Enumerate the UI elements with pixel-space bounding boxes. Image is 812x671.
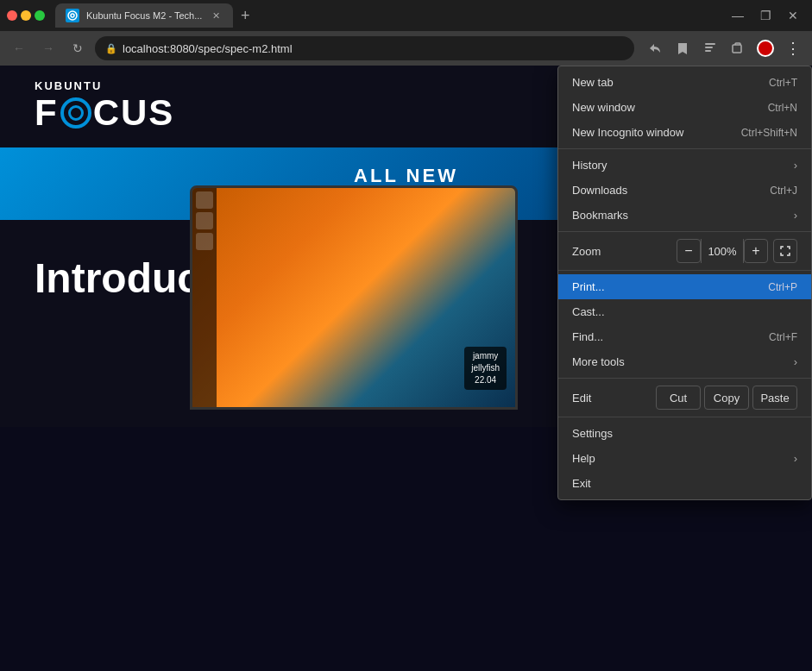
url-text: localhost:8080/spec/spec-m2.html <box>123 42 624 55</box>
tab-actions: — ❐ ✕ <box>726 3 805 28</box>
submenu-arrow-icon: › <box>794 209 797 222</box>
badge-line1: jammy <box>473 351 498 361</box>
share-icon[interactable] <box>643 36 667 60</box>
menu-label: Cast... <box>572 305 797 318</box>
new-tab-button[interactable]: + <box>233 3 257 28</box>
restore-button[interactable]: ❐ <box>753 3 777 28</box>
menu-item-history[interactable]: History › <box>558 153 811 178</box>
url-bar[interactable]: 🔒 localhost:8080/spec/spec-m2.html <box>95 36 634 60</box>
menu-item-downloads[interactable]: Downloads Ctrl+J <box>558 178 811 203</box>
menu-item-settings[interactable]: Settings <box>558 421 811 446</box>
edit-label: Edit <box>572 392 656 404</box>
logo-circle-icon <box>60 97 91 129</box>
laptop-screen-content: jammy jellyfish 22.04 <box>192 188 515 407</box>
cut-button[interactable]: Cut <box>656 386 701 410</box>
menu-divider <box>558 378 811 379</box>
menu-label: Print... <box>572 280 740 293</box>
taskbar-item <box>196 233 213 250</box>
menu-item-more-tools[interactable]: More tools › <box>558 349 811 374</box>
logo-area: KUBUNTU F CUS <box>35 79 174 134</box>
bookmark-icon[interactable] <box>670 36 695 60</box>
svg-rect-5 <box>733 45 741 53</box>
badge-line3: 22.04 <box>475 375 496 385</box>
svg-rect-4 <box>705 50 711 52</box>
submenu-arrow-icon: › <box>794 452 797 465</box>
close-button[interactable]: ✕ <box>781 3 805 28</box>
paste-button[interactable]: Paste <box>752 386 797 410</box>
menu-label: New tab <box>572 76 741 89</box>
menu-divider <box>558 417 811 417</box>
menu-label: History <box>572 159 787 172</box>
record-button[interactable] <box>753 36 777 60</box>
svg-point-0 <box>68 11 77 20</box>
menu-shortcut: Ctrl+T <box>769 77 797 89</box>
menu-label: Exit <box>572 477 797 490</box>
menu-shortcut: Ctrl+P <box>768 281 797 293</box>
three-dots-icon: ⋮ <box>785 39 801 58</box>
submenu-arrow-icon: › <box>794 159 797 172</box>
menu-shortcut: Ctrl+J <box>770 185 797 197</box>
tab-search-icon[interactable] <box>698 36 722 60</box>
menu-item-print[interactable]: Print... Ctrl+P <box>558 274 811 299</box>
back-button[interactable]: ← <box>7 36 31 60</box>
menu-button[interactable]: ⋮ <box>781 36 805 60</box>
browser-frame: Kubuntu Focus M2 - Tech... ✕ + — ❐ ✕ ← →… <box>0 0 812 671</box>
laptop-screen-mockup: jammy jellyfish 22.04 <box>190 185 518 410</box>
logo-focus-text: F CUS <box>35 92 174 134</box>
badge-line2: jellyfish <box>471 363 500 373</box>
menu-divider <box>558 270 811 271</box>
edit-buttons: Cut Copy Paste <box>656 386 797 410</box>
copy-button[interactable]: Copy <box>704 386 749 410</box>
window-icon[interactable] <box>726 36 750 60</box>
logo-kubuntu-text: KUBUNTU <box>35 79 174 92</box>
tab-close-button[interactable]: ✕ <box>209 9 223 22</box>
logo: KUBUNTU F CUS <box>35 79 174 134</box>
menu-item-exit[interactable]: Exit <box>558 471 811 496</box>
maximize-window-button[interactable] <box>35 10 45 21</box>
menu-item-cast[interactable]: Cast... <box>558 299 811 324</box>
menu-label: Bookmarks <box>572 209 787 222</box>
menu-label: New window <box>572 101 740 114</box>
forward-button[interactable]: → <box>36 36 60 60</box>
menu-label: Downloads <box>572 184 742 197</box>
browser-tab[interactable]: Kubuntu Focus M2 - Tech... ✕ <box>55 3 233 28</box>
submenu-arrow-icon: › <box>794 355 797 368</box>
menu-label: More tools <box>572 355 787 368</box>
tab-title: Kubuntu Focus M2 - Tech... <box>86 10 202 21</box>
zoom-row: Zoom − 100% + <box>558 235 811 267</box>
menu-divider <box>558 148 811 149</box>
menu-label: New Incognito window <box>572 126 714 139</box>
tab-favicon <box>66 9 79 22</box>
svg-rect-3 <box>705 47 713 48</box>
zoom-plus-button[interactable]: + <box>744 239 768 263</box>
zoom-label: Zoom <box>572 245 677 258</box>
menu-shortcut: Ctrl+Shift+N <box>741 127 797 139</box>
url-lock-icon: 🔒 <box>105 43 117 54</box>
browser-menu: New tab Ctrl+T New window Ctrl+N New Inc… <box>557 66 812 500</box>
menu-item-bookmarks[interactable]: Bookmarks › <box>558 203 811 228</box>
reload-button[interactable]: ↻ <box>66 36 90 60</box>
laptop-image: jammy jellyfish 22.04 <box>190 185 518 427</box>
menu-label: Help <box>572 452 787 465</box>
taskbar-item <box>196 191 213 209</box>
toolbar-icons: ⋮ <box>643 36 805 60</box>
menu-item-new-incognito[interactable]: New Incognito window Ctrl+Shift+N <box>558 120 811 145</box>
logo-cus: CUS <box>93 92 175 134</box>
web-content: KUBUNTU F CUS FEATURES SYSTEM... ALL NEW… <box>0 66 812 671</box>
minimize-button[interactable]: — <box>726 3 750 28</box>
record-indicator <box>757 40 774 57</box>
minimize-window-button[interactable] <box>21 10 31 21</box>
menu-item-new-tab[interactable]: New tab Ctrl+T <box>558 70 811 95</box>
close-window-button[interactable] <box>7 10 17 21</box>
menu-item-help[interactable]: Help › <box>558 446 811 471</box>
zoom-minus-button[interactable]: − <box>677 239 701 263</box>
fullscreen-button[interactable] <box>773 239 797 263</box>
kubuntu-version-badge: jammy jellyfish 22.04 <box>464 347 507 390</box>
edit-row: Edit Cut Copy Paste <box>558 382 811 413</box>
svg-rect-2 <box>705 43 715 45</box>
tab-bar: Kubuntu Focus M2 - Tech... ✕ + <box>55 3 722 28</box>
menu-item-new-window[interactable]: New window Ctrl+N <box>558 95 811 120</box>
zoom-value-display: 100% <box>701 239 744 263</box>
menu-item-find[interactable]: Find... Ctrl+F <box>558 324 811 349</box>
svg-point-1 <box>71 14 74 17</box>
